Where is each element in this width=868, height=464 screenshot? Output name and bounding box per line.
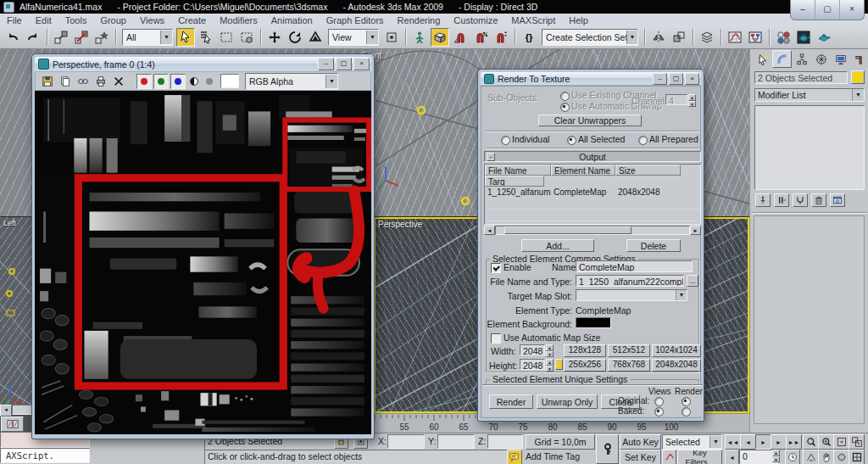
pin-stack-button[interactable] [755,193,771,207]
width-spinner[interactable]: ▲▼ [546,344,554,357]
close-button[interactable]: × [685,73,699,85]
zoom-extents-button[interactable] [833,434,849,450]
named-selection-sets-dropdown[interactable]: Create Selection Set▼ [542,29,638,46]
menu-file[interactable]: File [0,15,29,25]
previous-frame-button[interactable]: ◄ [740,434,756,450]
viewport-label-perspective[interactable]: Perspective [378,220,422,229]
auto-key-button[interactable]: Auto Key [620,434,661,450]
show-end-result-button[interactable] [774,193,789,207]
schematic-view-button[interactable] [746,28,765,47]
size-button-128x128[interactable]: 128x128 [564,344,606,357]
select-and-move-button[interactable] [265,28,284,47]
reference-coordinate-system-dropdown[interactable]: View▼ [328,29,379,46]
views-original-radio[interactable] [654,397,664,406]
clone-rendered-frame-button[interactable] [75,73,91,89]
size-button-256x256[interactable]: 256x256 [564,359,606,372]
bind-to-space-warp-button[interactable] [92,28,111,47]
dropdown-arrow-icon[interactable]: ▼ [366,31,378,44]
scroll-left-icon[interactable]: ◄ [484,226,495,235]
tab-utilities[interactable] [850,50,868,68]
next-frame-button[interactable]: ► [771,434,787,450]
channel-spinner[interactable]: ▲▼ [688,94,696,107]
remove-modifier-button[interactable] [811,193,826,207]
use-automatic-map-size-checkbox[interactable] [491,333,501,344]
use-automatic-unwrap-radio[interactable] [560,103,570,112]
configure-modifier-sets-button[interactable] [830,193,845,207]
delete-button[interactable]: Delete [626,239,681,252]
y-coordinate-field[interactable] [437,434,475,449]
name-field[interactable]: CompleteMap [576,260,693,272]
maximize-button[interactable]: ▢ [336,58,352,70]
dropdown-arrow-icon[interactable]: ▼ [326,75,337,88]
go-to-start-mini-button[interactable]: ◄ [725,450,739,464]
scrollbar-thumb[interactable] [504,226,632,234]
render-baked-radio[interactable] [682,407,691,416]
scrollbar-track[interactable] [12,405,32,415]
print-bitmap-button[interactable] [92,73,108,89]
scroll-right-icon[interactable]: ► [690,226,701,235]
menu-group[interactable]: Group [93,15,133,25]
menu-views[interactable]: Views [133,15,171,25]
time-configuration-button[interactable] [785,450,800,464]
redo-button[interactable] [24,28,42,47]
key-filters-button[interactable]: Key Filters... [677,450,722,464]
unwrap-only-button[interactable]: Unwrap Only [537,394,598,409]
default-in-out-tangent-button[interactable] [662,450,676,464]
dropdown-arrow-icon[interactable]: ▼ [626,31,637,44]
output-rollout-header[interactable]: Output - [484,151,701,162]
render-window-title-bar[interactable]: Perspective, frame 0 (1:4) – ▢ × [35,57,371,72]
material-editor-button[interactable] [774,28,793,47]
alpha-channel-button[interactable] [203,75,216,88]
element-background-swatch[interactable] [576,317,611,328]
scroll-left-icon[interactable]: ◄ [0,405,12,416]
unlink-selection-button[interactable] [72,28,91,47]
select-object-button[interactable] [176,28,195,47]
menu-customize[interactable]: Customize [447,15,504,25]
size-button-1024x1024[interactable]: 1024x1024 [652,344,701,357]
copy-bitmap-button[interactable] [57,73,73,89]
width-field[interactable]: 2048 [520,344,545,355]
use-pivot-point-center-button[interactable] [382,28,401,47]
size-button-768x768[interactable]: 768x768 [608,359,650,372]
column-header-size[interactable]: Size [615,165,681,176]
column-header-file-name[interactable]: File Name [485,165,551,176]
height-spinner[interactable]: ▲▼ [546,359,554,372]
background-color-swatch[interactable] [220,74,239,88]
all-prepared-radio[interactable] [638,136,648,145]
menu-animation[interactable]: Animation [264,15,320,25]
save-bitmap-button[interactable] [39,73,55,89]
layer-manager-button[interactable] [698,28,716,47]
set-key-button[interactable]: Set Key [620,450,661,464]
minimize-button[interactable]: – [653,73,667,85]
maxscript-mini-listener[interactable]: AXScript. [0,448,90,463]
use-existing-channel-radio[interactable] [560,92,570,101]
rollout-collapse-icon[interactable]: - [487,153,495,161]
close-button[interactable]: × [353,58,370,70]
mirror-button[interactable] [649,28,668,47]
arc-rotate-button[interactable] [833,450,849,464]
dropdown-arrow-icon[interactable]: ▼ [160,31,172,44]
size-button-512x512[interactable]: 512x512 [608,344,650,357]
play-button[interactable]: ► [755,434,771,450]
dropdown-arrow-icon[interactable]: ▼ [709,436,721,448]
monochrome-button[interactable] [187,75,201,88]
go-to-start-button[interactable]: ◄◄ [725,434,741,450]
select-by-name-button[interactable] [197,28,215,47]
tab-hierarchy[interactable] [792,50,811,68]
x-coordinate-field[interactable] [387,434,425,449]
set-keys-button[interactable] [596,434,619,464]
render-button[interactable]: Render [489,394,533,409]
all-selected-radio[interactable] [567,136,576,145]
minimize-button[interactable]: – [318,58,334,70]
channel-field[interactable]: 4 [665,94,687,105]
quick-render-button[interactable] [815,28,833,47]
open-mini-curve-editor-button[interactable] [1,416,24,432]
table-row[interactable]: 1_1250_alfanum2...CompleteMap2048x2048 [485,187,700,198]
menu-modifiers[interactable]: Modifiers [213,15,264,25]
tab-create[interactable] [753,50,772,68]
zoom-all-button[interactable] [818,434,834,450]
tab-display[interactable] [831,50,850,68]
menu-rendering[interactable]: Rendering [391,15,448,25]
render-setup-button[interactable] [794,28,813,47]
zoom-extents-all-button[interactable] [849,434,865,450]
